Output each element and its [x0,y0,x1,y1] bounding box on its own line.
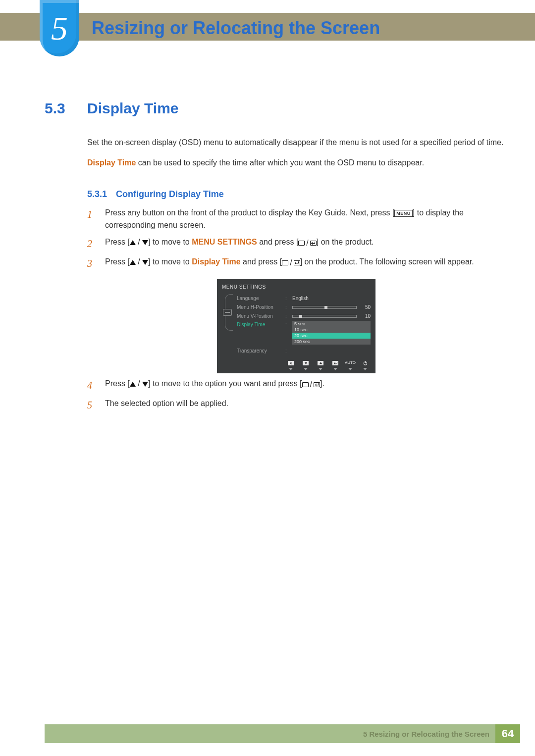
dropdown-option-highlight: 20 sec [292,333,371,339]
nav-back-button [285,360,296,371]
dropdown-option: 5 sec [292,321,371,327]
triangle-down-icon [142,382,148,387]
source-enter-icon: / [298,237,316,250]
step-number: 1 [87,206,96,232]
section-number: 5.3 [45,100,73,117]
step-body: Press [ / ] to move to Display Time and … [105,255,505,271]
steps-list: 1 Press any button on the front of the p… [87,206,505,413]
nav-down-button [300,360,311,371]
page-number-badge: 64 [495,724,520,743]
triangle-up-icon [130,240,136,245]
chapter-number: 5 [51,9,68,48]
step-4: 4 Press [ / ] to move to the option you … [87,377,505,393]
subsection-number: 5.3.1 [87,189,107,200]
osd-label: Transparency [237,347,282,355]
menu-settings-label: MENU SETTINGS [192,238,257,246]
triangle-up-icon [130,382,136,387]
intro-paragraph-2: Display Time can be used to specify the … [87,157,505,169]
nav-power-button [360,360,371,371]
osd-value: English [292,295,309,302]
slider-value: 10 [361,312,371,320]
section-title: Display Time [87,100,179,117]
osd-row-display-time: Display Time : 5 sec 10 sec 20 sec 200 s… [237,321,371,330]
menu-icon [223,309,232,316]
chapter-title: Resizing or Relocating the Screen [92,18,380,39]
osd-row-hposition: Menu H-Position : 50 [237,303,371,312]
step-number: 4 [87,377,96,393]
osd-rail [222,294,233,355]
step-1: 1 Press any button on the front of the p… [87,206,505,232]
osd-row-vposition: Menu V-Position : 10 [237,312,371,321]
dropdown: 5 sec 10 sec 20 sec 200 sec [292,321,371,345]
osd-title: MENU SETTINGS [222,283,371,291]
nav-up-button [315,360,326,371]
triangle-down-icon [142,260,148,265]
source-enter-icon: / [282,256,300,269]
slider-value: 50 [361,303,371,311]
step-3: 3 Press [ / ] to move to Display Time an… [87,255,505,271]
section-heading: 5.3 Display Time [45,100,505,117]
display-time-label: Display Time [192,257,240,266]
chapter-number-badge: 5 [40,0,79,56]
footer-text: 5 Resizing or Relocating the Screen [363,730,495,738]
step-body: Press [ / ] to move to MENU SETTINGS and… [105,236,505,252]
osd-panel: MENU SETTINGS Language : English [217,279,375,373]
subsection-heading: 5.3.1 Configuring Display Time [87,189,505,200]
menu-key-icon: MENU [394,210,413,217]
nav-enter-button [330,360,341,371]
dropdown-option: 10 sec [292,327,371,333]
triangle-up-icon [130,260,136,265]
osd-row-transparency: Transparency : [237,347,371,355]
content-area: 5.3 Display Time Set the on-screen displ… [45,84,505,417]
step-body: The selected option will be applied. [105,397,505,413]
intro-paragraph-1: Set the on-screen display (OSD) menu to … [87,137,505,149]
osd-label-active: Display Time [237,321,282,329]
step-5: 5 The selected option will be applied. [87,397,505,413]
source-enter-icon: / [302,378,320,391]
step-body: Press any button on the front of the pro… [105,206,505,232]
footer-bar: 5 Resizing or Relocating the Screen 64 [45,724,520,743]
slider: 50 [292,303,371,311]
step-number: 5 [87,397,96,413]
slider: 10 [292,312,371,320]
step-number: 2 [87,236,96,252]
osd-label: Menu H-Position [237,303,282,311]
subsection-title: Configuring Display Time [116,189,224,200]
triangle-down-icon [142,240,148,245]
osd-row-language: Language : English [237,294,371,303]
osd-label: Menu V-Position [237,312,282,320]
step-number: 3 [87,255,96,271]
osd-nav-bar: AUTO [222,360,371,371]
osd-label: Language [237,295,282,302]
display-time-label: Display Time [87,158,136,167]
step-body: Press [ / ] to move to the option you wa… [105,377,505,393]
dropdown-option: 200 sec [292,339,371,345]
step-2: 2 Press [ / ] to move to MENU SETTINGS a… [87,236,505,252]
section-body: Set the on-screen display (OSD) menu to … [87,137,505,169]
intro-paragraph-2-tail: can be used to specify the time after wh… [136,158,424,167]
osd-screenshot: MENU SETTINGS Language : English [87,279,505,373]
nav-auto-button: AUTO [345,360,356,371]
svg-rect-1 [365,361,365,363]
